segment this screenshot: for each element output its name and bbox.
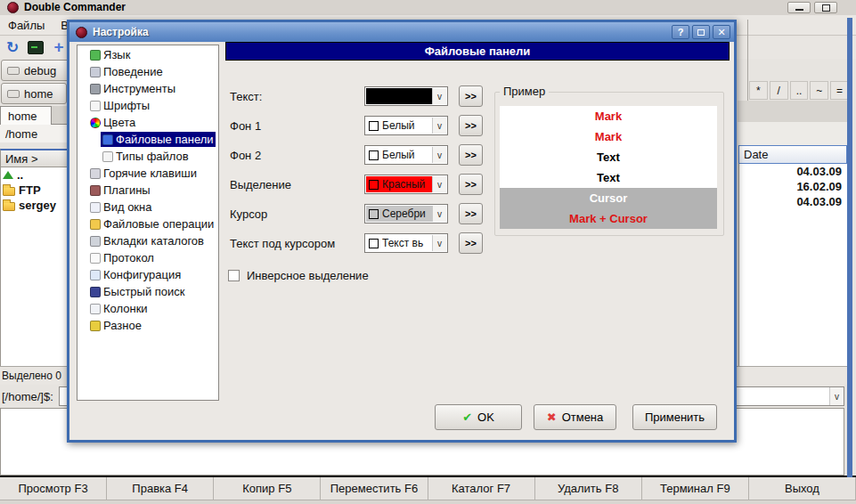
command-prompt: [/home/]$: [0, 390, 57, 403]
color-swatch [369, 180, 379, 190]
close-icon: ✕ [717, 27, 725, 38]
settings-tree-item[interactable]: Инструменты [77, 80, 218, 97]
example-groupbox: Пример Mark Mark Text Text Cursor Mark +… [494, 92, 724, 236]
dialog-titlebar: Настройка [69, 22, 734, 42]
example-row: Mark [500, 106, 717, 126]
color-swatch [369, 92, 379, 102]
settings-tree-item[interactable]: Шрифты [77, 97, 218, 114]
color-dropdown[interactable]: v [364, 86, 448, 106]
field-label: Текст под курсором [230, 233, 335, 255]
colors-icon [90, 118, 101, 128]
function-key-button[interactable]: Копир F5 [214, 477, 321, 500]
color-dropdown[interactable]: Белый v [364, 145, 448, 165]
color-dropdown[interactable]: Текст вь v [364, 233, 448, 253]
color-dropdown[interactable]: Красный v [364, 175, 448, 194]
ok-button[interactable]: ✔ OK [435, 404, 522, 430]
date-cell[interactable]: 16.02.09 [739, 179, 847, 194]
path-shortcut-button[interactable]: ~ [810, 81, 828, 100]
date-cell[interactable]: 04.03.09 [739, 194, 847, 209]
right-path-strip [738, 122, 848, 145]
color-swatch [369, 150, 379, 160]
more-colors-button[interactable]: >> [459, 85, 483, 107]
settings-tree-item[interactable]: Файловые панели [77, 131, 218, 148]
help-button[interactable]: ? [672, 25, 689, 39]
drive-button-home[interactable]: home [1, 83, 67, 104]
window-bottom-edge [0, 500, 856, 504]
menu-item[interactable]: Файлы [0, 15, 53, 35]
path-shortcut-button[interactable]: / [770, 81, 788, 100]
close-button[interactable]: ✕ [713, 25, 730, 39]
function-key-button[interactable]: Правка F4 [107, 477, 214, 500]
color-dropdown[interactable]: Серебри v [364, 204, 448, 224]
field-label: Выделение [230, 175, 291, 196]
color-dropdown[interactable]: Белый v [364, 116, 448, 135]
date-cell[interactable]: 04.03.09 [739, 164, 847, 179]
path-shortcut-button[interactable]: * [749, 81, 768, 100]
example-row: Text [500, 167, 717, 188]
settings-tree-item[interactable]: Файловые операции [77, 215, 218, 232]
terminal-icon [28, 41, 44, 54]
more-colors-button[interactable]: >> [459, 203, 483, 224]
more-colors-button[interactable]: >> [459, 232, 483, 254]
function-key-button[interactable]: Каталог F7 [428, 477, 535, 500]
function-key-button[interactable]: Терминал F9 [642, 477, 749, 500]
settings-tree-item[interactable]: Протокол [77, 249, 218, 266]
apply-button[interactable]: Применить [632, 404, 717, 430]
date-column-header[interactable]: Date [738, 145, 847, 164]
cancel-button[interactable]: ✖ Отмена [534, 404, 616, 430]
quick-search-icon [90, 287, 101, 297]
settings-tree-item[interactable]: Поведение [77, 63, 218, 80]
settings-tree-item[interactable]: Язык [77, 46, 218, 63]
more-colors-button[interactable]: >> [459, 115, 483, 136]
dropdown-arrow-icon: v [432, 206, 446, 222]
language-icon [90, 50, 101, 61]
path-shortcut-button[interactable]: .. [790, 81, 809, 100]
minimize-button[interactable] [787, 2, 811, 13]
field-label: Курсор [230, 204, 267, 225]
settings-tree-item[interactable]: Плагины [77, 182, 218, 199]
settings-tree-item[interactable]: Горячие клавиши [77, 165, 218, 182]
function-key-button[interactable]: Выход [749, 477, 856, 500]
function-key-button[interactable]: Удалить F8 [535, 477, 642, 500]
settings-tree-item[interactable]: Колонки [77, 300, 218, 317]
more-colors-button[interactable]: >> [459, 174, 483, 195]
example-row: Text [500, 147, 717, 167]
dropdown-arrow-icon: v [432, 118, 446, 134]
screen: Double Commander ФайлыВ ↻ + debug home h… [0, 0, 856, 504]
right-tab-strip [738, 101, 848, 122]
settings-tree-item[interactable]: Конфигурация [77, 266, 218, 283]
settings-tree-item[interactable]: Вкладки каталогов [77, 232, 218, 249]
function-key-button[interactable]: Переместить F6 [321, 477, 428, 500]
drive-button-debug[interactable]: debug [1, 60, 70, 81]
settings-tree-item[interactable]: Типы файлов [77, 148, 218, 165]
maximize-button[interactable] [814, 2, 837, 13]
more-colors-button[interactable]: >> [459, 144, 483, 166]
path-shortcut-button[interactable]: = [830, 81, 849, 100]
settings-tree-item[interactable]: Цвета [77, 114, 218, 131]
panel-tab-home[interactable]: home [0, 106, 52, 125]
doublecmd-logo-icon [76, 27, 87, 38]
main-titlebar: Double Commander [0, 0, 856, 15]
function-key-button[interactable]: Просмотр F3 [0, 477, 107, 500]
settings-tree-item[interactable]: Быстрый поиск [77, 283, 218, 300]
terminal-button[interactable] [25, 37, 46, 57]
behavior-icon [90, 67, 101, 77]
window-right-edge [847, 18, 852, 477]
help-icon: ? [678, 27, 684, 37]
inverse-selection-checkbox[interactable]: Инверсное выделение [228, 269, 369, 282]
example-label: Пример [500, 85, 549, 98]
example-preview: Mark Mark Text Text Cursor Mark + Cursor [500, 106, 717, 229]
field-label: Фон 2 [230, 145, 261, 167]
dropdown-arrow-icon: v [829, 387, 844, 405]
up-arrow-icon [3, 171, 13, 179]
maximize-button[interactable] [692, 25, 710, 39]
settings-tree-item[interactable]: Разное [77, 317, 218, 334]
cross-icon: ✖ [547, 411, 557, 424]
maximize-icon [822, 4, 830, 12]
settings-tree-item[interactable]: Вид окна [77, 199, 218, 215]
refresh-button[interactable]: ↻ [2, 37, 23, 57]
dialog-body: Язык Поведение Инструменты Шрифты Цвета … [69, 42, 734, 440]
dropdown-arrow-icon: v [432, 235, 446, 251]
field-label: Фон 1 [230, 116, 261, 137]
log-icon [90, 253, 101, 264]
